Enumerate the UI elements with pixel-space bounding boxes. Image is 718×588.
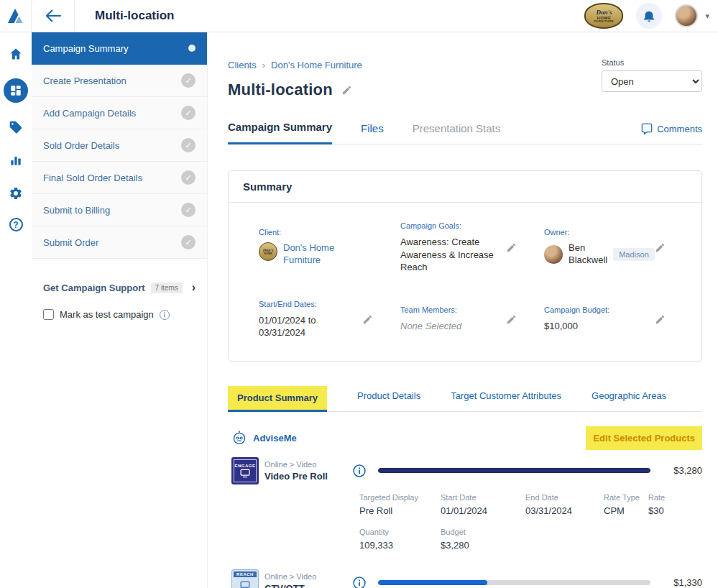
sidebar-item-label: Campaign Summary — [43, 43, 129, 54]
support-label: Get Campaign Support — [43, 282, 145, 293]
bell-icon — [642, 9, 656, 23]
test-campaign-checkbox[interactable] — [43, 309, 54, 320]
field-value: 01/01/2024 — [441, 505, 525, 516]
client-logo-badge: Don's Home Furniture — [584, 3, 623, 29]
edit-selected-products-label: Edit Selected Products — [586, 426, 702, 450]
analytics-icon[interactable] — [7, 152, 24, 169]
field-value: $30 — [648, 505, 702, 516]
comments-label: Comments — [657, 124, 702, 134]
sidebar-item-label: Submit Order — [43, 237, 98, 248]
sidebar-item-label: Final Sold Order Details — [43, 173, 142, 183]
sidebar-item-add-campaign-details[interactable]: Add Campaign Details — [32, 97, 207, 129]
edit-owner-icon[interactable] — [655, 242, 666, 253]
sidebar-item-campaign-summary[interactable]: Campaign Summary — [32, 32, 207, 65]
check-circle-icon — [181, 203, 195, 217]
tab-product-summary[interactable]: Product Summary — [228, 386, 327, 412]
edit-goals-icon[interactable] — [506, 242, 517, 253]
tag-icon[interactable] — [7, 119, 24, 136]
edit-selected-products-button[interactable]: Edit Selected Products — [586, 426, 702, 450]
team-value: None Selected — [400, 320, 461, 333]
main-content: Clients › Don's Home Furniture Multi-loc… — [208, 32, 718, 588]
product-fields: Targeted Display Pre Roll Start Date 01/… — [359, 493, 702, 551]
check-circle-icon — [181, 73, 195, 88]
adviseme-label: AdviseMe — [253, 433, 297, 444]
tab-presentation-stats[interactable]: Presentation Stats — [413, 122, 501, 144]
topbar: Multi-location Don's Home Furniture ▾ — [0, 0, 718, 32]
user-menu-caret-icon[interactable]: ▾ — [705, 12, 709, 21]
adviseme-row: AdviseMe Edit Selected Products — [228, 426, 702, 450]
product-field: Quantity 109,333 — [359, 528, 441, 551]
back-button[interactable] — [32, 0, 75, 32]
info-icon[interactable] — [160, 310, 170, 320]
edit-title-icon[interactable] — [341, 85, 352, 96]
user-avatar[interactable] — [675, 4, 698, 27]
product-info-icon[interactable] — [352, 464, 367, 478]
tab-target-customer-attributes[interactable]: Target Customer Attributes — [451, 390, 561, 411]
breadcrumb-clients-link[interactable]: Clients — [228, 60, 257, 70]
field-value: 03/31/2024 — [525, 505, 604, 516]
status-select[interactable]: Open — [602, 70, 702, 92]
product-info-icon[interactable] — [352, 576, 367, 588]
product-amount: $1,330 — [662, 577, 702, 588]
sidebar-item-create-presentation[interactable]: Create Presentation — [32, 65, 207, 97]
notifications-button[interactable] — [636, 3, 662, 29]
back-arrow-icon — [45, 9, 61, 22]
field-label: Targeted Display — [359, 493, 441, 502]
client-mini-logo-line2: Home — [264, 252, 272, 255]
product-category: Online > Video — [264, 460, 352, 469]
app-logo[interactable] — [0, 0, 32, 32]
sidebar-item-label: Create Presentation — [43, 75, 126, 86]
summary-team-cell: Team Members: None Selected — [400, 300, 544, 339]
tab-geographic-areas[interactable]: Geographic Areas — [592, 390, 666, 411]
owner-label: Owner: — [544, 228, 655, 236]
product-row: REACH Online > Video CTV/OTT $1,330 — [228, 569, 702, 588]
product-name: Video Pre Roll — [264, 471, 352, 482]
product-field: Start Date 01/01/2024 — [441, 493, 525, 516]
edit-budget-icon[interactable] — [655, 314, 666, 325]
product-badge-text: REACH — [234, 571, 257, 577]
dates-label: Start/End Dates: — [259, 300, 338, 308]
sidebar-item-submit-to-billing[interactable]: Submit to Billing — [32, 194, 207, 226]
edit-team-icon[interactable] — [506, 314, 517, 325]
client-mini-logo: Don's Home — [259, 242, 277, 261]
field-label: Rate — [648, 493, 702, 502]
comments-button[interactable]: Comments — [641, 123, 702, 144]
product-field: Budget $3,280 — [441, 528, 525, 551]
field-value: 109,333 — [359, 540, 441, 551]
sidebar-item-sold-order-details[interactable]: Sold Order Details — [32, 129, 207, 162]
home-icon[interactable] — [7, 45, 24, 63]
settings-icon[interactable] — [7, 185, 24, 202]
dashboard-icon[interactable] — [4, 78, 28, 103]
product-field: Targeted Display Pre Roll — [359, 493, 441, 516]
test-campaign-label: Mark as test campaign — [60, 309, 154, 320]
field-label: Quantity — [359, 528, 441, 536]
sidebar-item-final-sold-order-details[interactable]: Final Sold Order Details — [32, 162, 207, 194]
budget-progress-fill — [378, 580, 487, 585]
reach-product-icon: REACH — [231, 569, 259, 588]
tab-campaign-summary[interactable]: Campaign Summary — [228, 121, 332, 144]
edit-dates-icon[interactable] — [362, 314, 373, 325]
field-value: CPM — [604, 505, 648, 516]
product-row: ENGAGE Online > Video Video Pre Roll $3,… — [228, 457, 702, 484]
tab-files[interactable]: Files — [361, 122, 384, 144]
tab-product-details[interactable]: Product Details — [357, 390, 420, 411]
client-link[interactable]: Don's Home Furniture — [283, 242, 352, 267]
product-tabs: Product Summary Product Details Target C… — [228, 386, 702, 412]
summary-card: Summary Client: Don's Home Don's Home Fu… — [228, 170, 702, 362]
product-field: Rate Type CPM — [604, 493, 648, 516]
client-logo-line1: Don's — [596, 9, 612, 16]
help-icon[interactable] — [9, 218, 23, 231]
get-campaign-support[interactable]: Get Campaign Support 7 items › — [32, 273, 207, 302]
main-tabs: Campaign Summary Files Presentation Stat… — [228, 121, 702, 144]
budget-progress-bar — [378, 580, 650, 585]
dates-value: 01/01/2024 to 03/31/2024 — [259, 314, 338, 339]
summary-dates-cell: Start/End Dates: 01/01/2024 to 03/31/202… — [259, 300, 400, 339]
comment-icon — [641, 123, 653, 134]
breadcrumb-current-link[interactable]: Don's Home Furniture — [271, 60, 362, 70]
owner-name: Ben Blackwell — [569, 242, 607, 267]
sidebar-item-submit-order[interactable]: Submit Order — [32, 226, 207, 259]
summary-card-title: Summary — [229, 171, 701, 203]
monitor-icon — [239, 469, 251, 478]
app-logo-icon — [6, 8, 25, 24]
product-amount: $3,280 — [662, 465, 702, 476]
